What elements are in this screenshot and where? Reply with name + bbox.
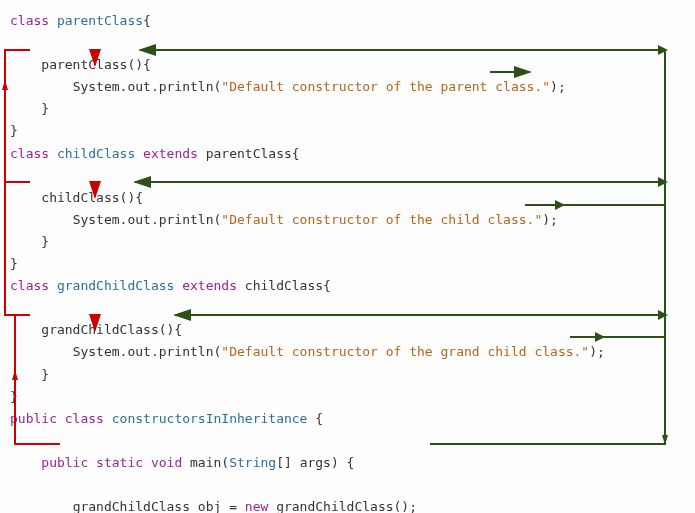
main-method: main	[190, 455, 221, 470]
parent-ref: childClass	[245, 278, 323, 293]
ctor-call: grandChildClass	[276, 499, 393, 513]
stmt-end: );	[589, 344, 605, 359]
parens: (){	[127, 57, 150, 72]
println-call: System.out.println	[73, 212, 214, 227]
println-call: System.out.println	[73, 344, 214, 359]
keyword-extends: extends	[143, 146, 198, 161]
equals: =	[229, 499, 237, 513]
keyword-void: void	[151, 455, 182, 470]
keyword-class: class	[10, 278, 49, 293]
keyword-public: public	[10, 411, 57, 426]
args: [] args) {	[276, 455, 354, 470]
println-call: System.out.println	[73, 79, 214, 94]
keyword-static: static	[96, 455, 143, 470]
brace: {	[143, 13, 151, 28]
keyword-extends: extends	[182, 278, 237, 293]
type-childClass: childClass	[57, 146, 135, 161]
svg-marker-6	[2, 80, 8, 90]
ctor-grandChildClass: grandChildClass	[41, 322, 158, 337]
keyword-public: public	[41, 455, 88, 470]
ctor-childClass: childClass	[41, 190, 119, 205]
brace: }	[10, 389, 18, 404]
string-literal: "Default constructor of the parent class…	[221, 79, 550, 94]
brace: }	[41, 101, 49, 116]
keyword-class: class	[65, 411, 104, 426]
string-literal: "Default constructor of the child class.…	[221, 212, 542, 227]
brace: }	[41, 234, 49, 249]
brace: }	[10, 256, 18, 271]
keyword-class: class	[10, 146, 49, 161]
var-obj: obj	[198, 499, 221, 513]
keyword-class: class	[10, 13, 49, 28]
type-parentClass: parentClass	[57, 13, 143, 28]
type-String: String	[229, 455, 276, 470]
code-block: class parentClass{ parentClass(){ System…	[10, 10, 685, 513]
stmt-end: );	[542, 212, 558, 227]
brace: {	[315, 411, 323, 426]
stmt-end: );	[550, 79, 566, 94]
stmt-end: ();	[394, 499, 417, 513]
brace: }	[41, 367, 49, 382]
parens: (){	[159, 322, 182, 337]
parent-ref: parentClass	[206, 146, 292, 161]
type-grandChildClass: grandChildClass	[57, 278, 174, 293]
ctor-parentClass: parentClass	[41, 57, 127, 72]
brace: }	[10, 123, 18, 138]
string-literal: "Default constructor of the grand child …	[221, 344, 589, 359]
brace: {	[323, 278, 331, 293]
parens: (){	[120, 190, 143, 205]
type-main-class: constructorsInInheritance	[112, 411, 308, 426]
brace: {	[292, 146, 300, 161]
type-ref: grandChildClass	[73, 499, 190, 513]
keyword-new: new	[245, 499, 268, 513]
